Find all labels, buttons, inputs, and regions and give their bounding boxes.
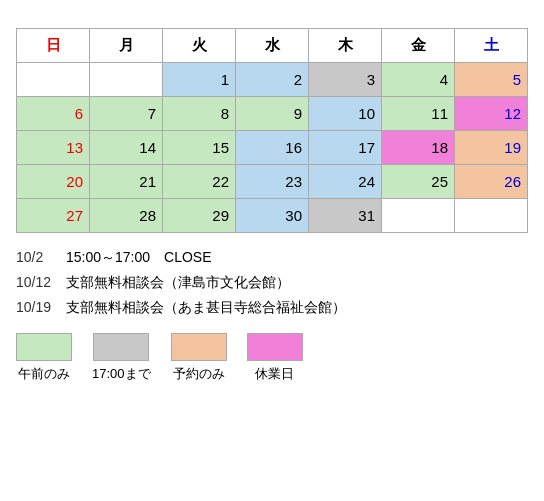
calendar-cell: 8 — [163, 97, 236, 131]
col-header-土: 土 — [455, 29, 528, 63]
calendar-cell: 19 — [455, 131, 528, 165]
calendar-row: 12345 — [17, 63, 528, 97]
calendar-cell: 24 — [309, 165, 382, 199]
calendar-cell: 7 — [90, 97, 163, 131]
calendar-cell: 3 — [309, 63, 382, 97]
note-date: 10/12 — [16, 270, 58, 295]
col-header-金: 金 — [382, 29, 455, 63]
note-text: 支部無料相談会（津島市文化会館） — [66, 270, 290, 295]
calendar-cell: 30 — [236, 199, 309, 233]
note-text: 支部無料相談会（あま甚目寺総合福祉会館） — [66, 295, 346, 320]
calendar-row: 20212223242526 — [17, 165, 528, 199]
col-header-月: 月 — [90, 29, 163, 63]
legend-label: 午前のみ — [18, 365, 70, 383]
calendar-cell: 5 — [455, 63, 528, 97]
col-header-木: 木 — [309, 29, 382, 63]
calendar-cell: 16 — [236, 131, 309, 165]
calendar-cell: 15 — [163, 131, 236, 165]
legend-label: 17:00まで — [92, 365, 151, 383]
legend-color-box — [171, 333, 227, 361]
calendar-row: 6789101112 — [17, 97, 528, 131]
calendar-cell: 26 — [455, 165, 528, 199]
legend-item: 17:00まで — [92, 333, 151, 383]
legend-color-box — [247, 333, 303, 361]
calendar-cell — [90, 63, 163, 97]
calendar-cell: 31 — [309, 199, 382, 233]
calendar-cell: 23 — [236, 165, 309, 199]
col-header-火: 火 — [163, 29, 236, 63]
legend-section: 午前のみ17:00まで予約のみ休業日 — [16, 333, 528, 383]
note-text: 15:00～17:00 CLOSE — [66, 245, 212, 270]
calendar-cell: 2 — [236, 63, 309, 97]
calendar-row: 2728293031 — [17, 199, 528, 233]
calendar-cell: 17 — [309, 131, 382, 165]
calendar-cell: 12 — [455, 97, 528, 131]
calendar-cell — [382, 199, 455, 233]
calendar-row: 13141516171819 — [17, 131, 528, 165]
calendar-cell — [17, 63, 90, 97]
note-date: 10/2 — [16, 245, 58, 270]
calendar-cell: 1 — [163, 63, 236, 97]
calendar-table: 日月火水木金土 12345678910111213141516171819202… — [16, 28, 528, 233]
calendar-cell: 18 — [382, 131, 455, 165]
legend-label: 予約のみ — [173, 365, 225, 383]
legend-color-box — [16, 333, 72, 361]
note-line: 10/215:00～17:00 CLOSE — [16, 245, 528, 270]
col-header-日: 日 — [17, 29, 90, 63]
calendar-cell: 4 — [382, 63, 455, 97]
calendar-cell: 6 — [17, 97, 90, 131]
legend-item: 予約のみ — [171, 333, 227, 383]
legend-item: 午前のみ — [16, 333, 72, 383]
calendar-cell — [455, 199, 528, 233]
calendar-cell: 9 — [236, 97, 309, 131]
col-header-水: 水 — [236, 29, 309, 63]
calendar-cell: 11 — [382, 97, 455, 131]
legend-item: 休業日 — [247, 333, 303, 383]
calendar-cell: 29 — [163, 199, 236, 233]
calendar-cell: 14 — [90, 131, 163, 165]
calendar-cell: 25 — [382, 165, 455, 199]
note-line: 10/19支部無料相談会（あま甚目寺総合福祉会館） — [16, 295, 528, 320]
calendar-cell: 13 — [17, 131, 90, 165]
calendar-cell: 28 — [90, 199, 163, 233]
calendar-cell: 10 — [309, 97, 382, 131]
calendar-cell: 22 — [163, 165, 236, 199]
calendar-cell: 20 — [17, 165, 90, 199]
legend-label: 休業日 — [255, 365, 294, 383]
calendar-cell: 27 — [17, 199, 90, 233]
note-line: 10/12支部無料相談会（津島市文化会館） — [16, 270, 528, 295]
legend-color-box — [93, 333, 149, 361]
note-date: 10/19 — [16, 295, 58, 320]
notes-section: 10/215:00～17:00 CLOSE10/12支部無料相談会（津島市文化会… — [16, 245, 528, 321]
calendar-cell: 21 — [90, 165, 163, 199]
